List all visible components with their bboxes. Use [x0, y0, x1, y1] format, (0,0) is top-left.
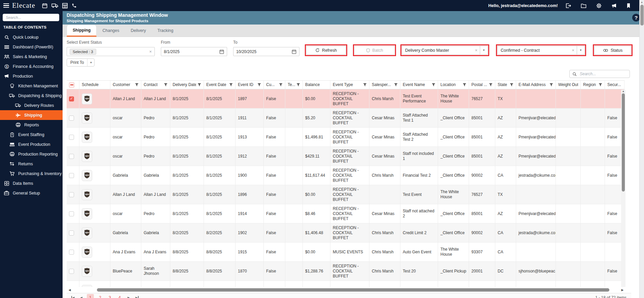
ups-schedule-button[interactable]: ups	[82, 247, 92, 258]
column-header-select[interactable]	[67, 81, 79, 89]
sidebar-item-quick-lookup[interactable]: Quick Lookup	[0, 32, 63, 42]
ups-schedule-button[interactable]: ups	[82, 285, 92, 287]
menu-icon[interactable]	[3, 3, 9, 8]
sidebar-item-kitchen-management[interactable]: Kitchen Management	[0, 81, 63, 91]
column-header-event_type[interactable]: Event Type	[330, 81, 369, 89]
table-row[interactable]: upsAna J EvansAna J Evans8/8/20258/8/202…	[67, 243, 624, 262]
status-combo-select[interactable]: Confirmed - Contract × ▼	[497, 46, 585, 55]
sign-out-icon[interactable]	[566, 3, 571, 8]
filter-funnel-icon[interactable]	[362, 83, 367, 87]
event-status-multiselect[interactable]: Selected : 3 ×	[67, 47, 155, 56]
filter-funnel-icon[interactable]	[393, 83, 398, 87]
filter-funnel-icon[interactable]	[196, 83, 201, 87]
column-header-customer[interactable]: Customer	[110, 81, 141, 89]
sidebar-item-finance-accounting[interactable]: $ Finance & Accounting	[0, 61, 63, 71]
refresh-button[interactable]: Refresh	[306, 46, 346, 55]
table-row[interactable]: upsoscarPedro8/1/20258/1/20251913False$1…	[67, 128, 624, 147]
sidebar-item-production[interactable]: Production	[0, 71, 63, 81]
ups-schedule-button[interactable]: ups	[82, 208, 92, 219]
scroll-left-icon[interactable]: ◀	[67, 288, 73, 292]
filter-funnel-icon[interactable]	[163, 83, 168, 87]
filter-funnel-icon[interactable]	[134, 83, 139, 87]
ups-schedule-button[interactable]: ups	[82, 266, 92, 277]
grid-horizontal-scrollbar[interactable]: ◀ ▶	[67, 288, 625, 292]
row-checkbox[interactable]	[69, 230, 74, 236]
grid-search-box[interactable]	[569, 70, 630, 78]
page-number-2[interactable]: 2	[97, 294, 104, 298]
column-header-secur[interactable]: Secur...	[605, 81, 624, 89]
row-checkbox[interactable]	[69, 211, 74, 216]
ups-schedule-button[interactable]: ups	[82, 93, 92, 104]
table-icon[interactable]	[62, 3, 68, 8]
row-checkbox[interactable]	[69, 192, 74, 197]
column-header-delivery_date[interactable]: Delivery Date	[170, 81, 204, 89]
scroll-right-icon[interactable]: ▶	[619, 288, 625, 292]
clear-icon[interactable]: ×	[472, 48, 480, 53]
tab-changes[interactable]: Changes	[97, 25, 125, 37]
scroll-up-icon[interactable]: ▲	[622, 90, 625, 93]
sidebar-item-dispatching-shipping[interactable]: Dispatching & Shipping	[0, 91, 63, 100]
megaphone-icon[interactable]	[611, 3, 617, 8]
column-header-event_id[interactable]: Event ID	[236, 81, 264, 89]
sidebar-item-data-items[interactable]: Data Items	[0, 178, 63, 188]
filter-funnel-icon[interactable]	[430, 83, 435, 87]
sidebar-item-purchasing-inventory[interactable]: Purchasing & Inventory	[0, 169, 63, 178]
calendar-icon[interactable]	[42, 3, 47, 8]
print-to-button[interactable]: Print To ▼	[67, 58, 95, 67]
tab-shipping[interactable]: Shipping	[67, 25, 97, 37]
truck-icon[interactable]	[51, 3, 58, 8]
filter-funnel-icon[interactable]	[295, 83, 300, 87]
gear-icon[interactable]	[596, 3, 602, 8]
filter-funnel-icon[interactable]	[597, 83, 602, 87]
folder-icon[interactable]	[581, 3, 586, 8]
tab-delivery[interactable]: Delivery	[125, 25, 152, 37]
next-page-button[interactable]: ▶	[124, 294, 133, 298]
row-checkbox[interactable]: ✓	[69, 96, 74, 101]
scroll-up-icon[interactable]: ▲	[640, 1, 644, 4]
calendar-picker-icon[interactable]	[219, 49, 224, 54]
row-checkbox[interactable]	[69, 173, 74, 178]
chevron-down-icon[interactable]: ▼	[87, 59, 94, 66]
column-header-email[interactable]: E-Mail Address	[516, 81, 556, 89]
chevron-down-icon[interactable]: ▼	[577, 46, 584, 54]
help-icon[interactable]: ?	[632, 14, 640, 22]
grid-search-input[interactable]	[579, 71, 627, 77]
column-header-schedule[interactable]: Schedule	[79, 81, 110, 89]
column-header-cu[interactable]: Cu...	[264, 81, 285, 89]
sidebar-item-shipping[interactable]: Shipping	[0, 110, 63, 120]
table-row[interactable]: upsAllan J LandAllan J Land8/1/20258/1/2…	[67, 185, 624, 204]
column-header-weight_out[interactable]: Weight Out	[556, 81, 581, 89]
phone-icon[interactable]	[72, 3, 77, 8]
sidebar-item-production-reporting[interactable]: Production Reporting	[0, 149, 63, 159]
tab-tracking[interactable]: Tracking	[152, 25, 179, 37]
ups-schedule-button[interactable]: ups	[82, 227, 92, 239]
delivery-combo-select[interactable]: Delivery Combo Master × ▼	[402, 46, 488, 55]
from-date-input[interactable]: 8/1/2025	[161, 47, 227, 56]
sidebar-item-event-production[interactable]: Event Production	[0, 139, 63, 149]
sidebar-item-returns[interactable]: Returns	[0, 159, 63, 169]
ups-schedule-button[interactable]: ups	[82, 170, 92, 181]
sidebar-search-input[interactable]	[3, 14, 59, 21]
last-page-button[interactable]: ▶	[133, 294, 141, 298]
sidebar-item-event-staffing[interactable]: Event Staffing	[0, 130, 63, 139]
table-row[interactable]: ✓upsAllan J LandAllan J Land8/1/20258/1/…	[67, 89, 624, 109]
table-row[interactable]: upsBluePeaceSarah Jhonson8/8/20258/8/202…	[67, 262, 624, 281]
filter-funnel-icon[interactable]	[508, 83, 513, 87]
ups-schedule-button[interactable]: ups	[82, 189, 92, 200]
page-number-3[interactable]: 3	[106, 294, 113, 298]
page-number-4[interactable]: 4	[116, 294, 123, 298]
grid-vertical-scrollbar[interactable]: ▲	[621, 90, 625, 287]
ups-schedule-button[interactable]: ups	[82, 132, 92, 143]
row-checkbox[interactable]	[69, 250, 74, 255]
column-header-contact[interactable]: Contact	[141, 81, 170, 89]
chevron-down-icon[interactable]: ▼	[480, 46, 488, 54]
column-header-salesperson[interactable]: Salesper...	[369, 81, 400, 89]
row-checkbox[interactable]	[69, 154, 74, 159]
bookmark-icon[interactable]	[627, 3, 631, 8]
filter-funnel-icon[interactable]	[548, 83, 553, 87]
sidebar-item-delivery-routes[interactable]: Delivery Routes	[0, 100, 63, 110]
filter-funnel-icon[interactable]	[228, 83, 233, 87]
column-header-balance[interactable]: Balance	[303, 81, 330, 89]
sidebar-item-general-setup[interactable]: General Setup	[0, 188, 63, 198]
row-checkbox[interactable]	[69, 135, 74, 140]
